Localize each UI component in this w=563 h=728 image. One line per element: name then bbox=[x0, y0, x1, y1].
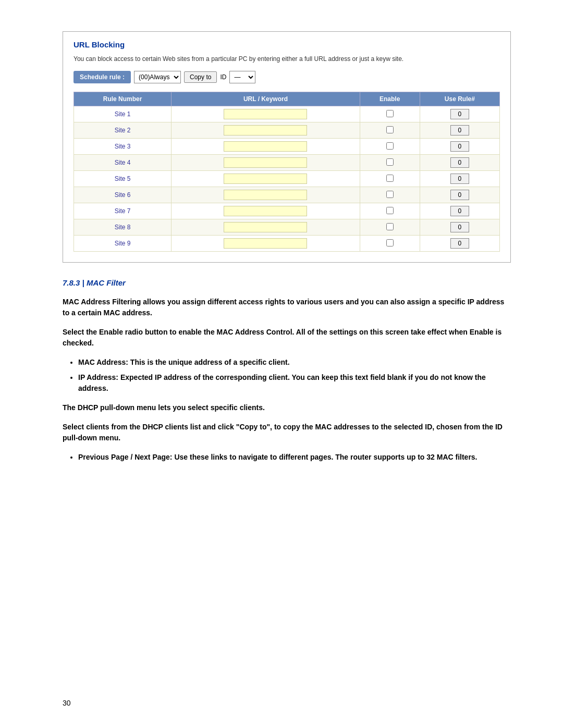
use-rule-input[interactable] bbox=[450, 141, 469, 152]
use-rule-cell bbox=[420, 203, 499, 219]
url-blocking-table: Rule Number URL / Keyword Enable Use Rul… bbox=[74, 92, 500, 252]
url-blocking-description: You can block access to certain Web site… bbox=[74, 54, 500, 64]
url-input-cell bbox=[172, 219, 360, 236]
enable-checkbox[interactable] bbox=[386, 175, 394, 182]
table-row: Site 5 bbox=[74, 171, 500, 187]
url-keyword-input[interactable] bbox=[224, 125, 307, 135]
enable-cell bbox=[360, 106, 420, 122]
url-input-cell bbox=[172, 236, 360, 252]
mac-filter-para2: Select the Enable radio button to enable… bbox=[63, 327, 511, 349]
table-row: Site 7 bbox=[74, 203, 500, 219]
url-keyword-input[interactable] bbox=[224, 174, 307, 184]
enable-checkbox[interactable] bbox=[386, 191, 394, 198]
site-name-cell: Site 7 bbox=[74, 203, 172, 219]
url-keyword-input[interactable] bbox=[224, 109, 307, 119]
mac-filter-para4: Select clients from the DHCP clients lis… bbox=[63, 422, 511, 443]
table-row: Site 3 bbox=[74, 139, 500, 155]
url-input-cell bbox=[172, 171, 360, 187]
use-rule-input[interactable] bbox=[450, 157, 469, 168]
id-label: ID bbox=[220, 73, 226, 81]
url-blocking-box: URL Blocking You can block access to cer… bbox=[63, 31, 511, 263]
mac-filter-para3: The DHCP pull-down menu lets you select … bbox=[63, 402, 511, 413]
url-blocking-title: URL Blocking bbox=[74, 40, 500, 49]
copy-to-button[interactable]: Copy to bbox=[184, 71, 217, 83]
url-keyword-input[interactable] bbox=[224, 222, 307, 232]
use-rule-cell bbox=[420, 139, 499, 155]
site-name-cell: Site 2 bbox=[74, 122, 172, 139]
mac-filter-bullets1: MAC Address: This is the unique address … bbox=[78, 357, 511, 394]
use-rule-cell bbox=[420, 187, 499, 203]
enable-checkbox[interactable] bbox=[386, 110, 394, 117]
site-name-cell: Site 6 bbox=[74, 187, 172, 203]
use-rule-cell bbox=[420, 106, 499, 122]
use-rule-cell bbox=[420, 236, 499, 252]
use-rule-input[interactable] bbox=[450, 190, 469, 200]
table-row: Site 4 bbox=[74, 155, 500, 171]
url-input-cell bbox=[172, 106, 360, 122]
enable-cell bbox=[360, 187, 420, 203]
url-keyword-input[interactable] bbox=[224, 190, 307, 200]
table-row: Site 6 bbox=[74, 187, 500, 203]
enable-cell bbox=[360, 203, 420, 219]
use-rule-input[interactable] bbox=[450, 238, 469, 249]
mac-filter-title: 7.8.3 | MAC Filter bbox=[63, 278, 511, 287]
site-name-cell: Site 9 bbox=[74, 236, 172, 252]
col-rule-number: Rule Number bbox=[74, 92, 172, 106]
col-url-keyword: URL / Keyword bbox=[172, 92, 360, 106]
use-rule-input[interactable] bbox=[450, 222, 469, 232]
bullet-prev-next-page: Previous Page / Next Page: Use these lin… bbox=[78, 452, 511, 463]
enable-checkbox[interactable] bbox=[386, 223, 394, 230]
enable-checkbox[interactable] bbox=[386, 207, 394, 214]
site-name-cell: Site 4 bbox=[74, 155, 172, 171]
site-name-cell: Site 8 bbox=[74, 219, 172, 236]
col-enable: Enable bbox=[360, 92, 420, 106]
use-rule-cell bbox=[420, 155, 499, 171]
enable-cell bbox=[360, 219, 420, 236]
url-input-cell bbox=[172, 139, 360, 155]
site-name-cell: Site 5 bbox=[74, 171, 172, 187]
url-keyword-input[interactable] bbox=[224, 206, 307, 216]
use-rule-input[interactable] bbox=[450, 109, 469, 119]
table-row: Site 9 bbox=[74, 236, 500, 252]
enable-checkbox[interactable] bbox=[386, 158, 394, 166]
use-rule-input[interactable] bbox=[450, 174, 469, 184]
enable-cell bbox=[360, 155, 420, 171]
schedule-select[interactable]: (00)Always bbox=[134, 71, 181, 83]
url-keyword-input[interactable] bbox=[224, 157, 307, 168]
use-rule-cell bbox=[420, 171, 499, 187]
use-rule-cell bbox=[420, 122, 499, 139]
use-rule-cell bbox=[420, 219, 499, 236]
site-name-cell: Site 1 bbox=[74, 106, 172, 122]
page-content: URL Blocking You can block access to cer… bbox=[63, 31, 511, 463]
col-use-rule: Use Rule# bbox=[420, 92, 499, 106]
bullet-mac-address: MAC Address: This is the unique address … bbox=[78, 357, 511, 368]
table-row: Site 8 bbox=[74, 219, 500, 236]
url-input-cell bbox=[172, 203, 360, 219]
enable-checkbox[interactable] bbox=[386, 126, 394, 133]
use-rule-input[interactable] bbox=[450, 206, 469, 216]
url-input-cell bbox=[172, 187, 360, 203]
site-name-cell: Site 3 bbox=[74, 139, 172, 155]
schedule-rule-label: Schedule rule : bbox=[74, 71, 131, 83]
url-keyword-input[interactable] bbox=[224, 141, 307, 152]
enable-cell bbox=[360, 122, 420, 139]
schedule-rule-row: Schedule rule : (00)Always Copy to ID — bbox=[74, 71, 500, 83]
url-keyword-input[interactable] bbox=[224, 238, 307, 249]
enable-cell bbox=[360, 139, 420, 155]
url-input-cell bbox=[172, 155, 360, 171]
enable-checkbox[interactable] bbox=[386, 239, 394, 246]
enable-cell bbox=[360, 171, 420, 187]
table-row: Site 1 bbox=[74, 106, 500, 122]
mac-filter-bullets2: Previous Page / Next Page: Use these lin… bbox=[78, 452, 511, 463]
enable-cell bbox=[360, 236, 420, 252]
use-rule-input[interactable] bbox=[450, 125, 469, 135]
url-input-cell bbox=[172, 122, 360, 139]
bullet-ip-address: IP Address: Expected IP address of the c… bbox=[78, 372, 511, 394]
mac-filter-para1: MAC Address Filtering allows you assign … bbox=[63, 297, 511, 318]
mac-filter-section: 7.8.3 | MAC Filter MAC Address Filtering… bbox=[63, 278, 511, 463]
enable-checkbox[interactable] bbox=[386, 142, 394, 150]
table-row: Site 2 bbox=[74, 122, 500, 139]
id-select[interactable]: — bbox=[229, 71, 255, 83]
page-number: 30 bbox=[63, 699, 71, 707]
